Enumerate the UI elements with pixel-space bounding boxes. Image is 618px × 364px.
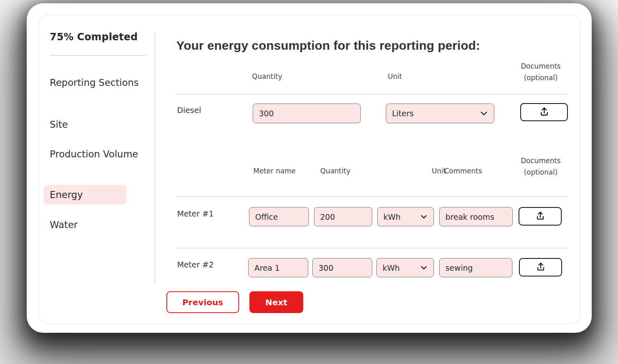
sidebar-item-reporting-sections[interactable]: Reporting Sections: [50, 76, 150, 90]
meter2-quantity-input[interactable]: [312, 258, 372, 277]
upload-icon: [535, 261, 546, 273]
previous-button[interactable]: Previous: [166, 291, 239, 313]
app-card: 75% Completed Reporting Sections Site Pr…: [27, 3, 592, 333]
fuel-table-divider: [176, 94, 567, 94]
next-button[interactable]: Next: [249, 291, 303, 313]
meter1-unit-select-value: kWh: [383, 212, 401, 221]
chevron-down-icon: [421, 266, 427, 270]
sidebar-item-production-volume[interactable]: Production Volume: [50, 147, 150, 161]
sidebar-item-site[interactable]: Site: [50, 117, 150, 131]
meter1-upload-document-button[interactable]: [519, 207, 562, 226]
meter2-row-label: Meter #2: [177, 260, 214, 269]
sidebar-item-water[interactable]: Water: [50, 218, 150, 232]
meter-documents-header-line1: Documents: [512, 155, 570, 166]
upload-icon: [539, 106, 550, 118]
meter2-unit-select[interactable]: kWh: [376, 258, 434, 277]
chevron-down-icon: [480, 111, 487, 116]
diesel-unit-select-value: Liters: [392, 109, 414, 118]
meter2-unit-select-value: kWh: [383, 263, 400, 272]
meter-name-header: Meter name: [248, 167, 301, 175]
meter2-upload-document-button[interactable]: [519, 258, 562, 276]
meter2-comments-input[interactable]: [439, 258, 512, 277]
meter-documents-header-line2: (optional): [512, 166, 570, 178]
fuel-unit-header: Unit: [368, 72, 422, 81]
fuel-quantity-header: Quantity: [240, 72, 294, 81]
meter-quantity-header: Quantity: [309, 167, 362, 175]
meter1-unit-select[interactable]: kWh: [377, 207, 434, 226]
chevron-down-icon: [421, 215, 427, 219]
upload-icon: [535, 210, 546, 222]
progress-label: 75% Completed: [50, 31, 138, 43]
sidebar-item-energy[interactable]: Energy: [44, 185, 127, 205]
meter-rows-divider: [176, 248, 567, 249]
sidebar-vertical-divider: [154, 32, 155, 283]
fuel-documents-header-line2: (optional): [512, 72, 570, 83]
diesel-quantity-input[interactable]: [253, 104, 361, 123]
meter-documents-header: Documents (optional): [512, 155, 570, 178]
meter1-comments-input[interactable]: [439, 207, 513, 226]
diesel-unit-select[interactable]: Liters: [386, 104, 494, 123]
sidebar-divider: [50, 55, 146, 56]
page-background: 75% Completed Reporting Sections Site Pr…: [0, 0, 618, 364]
meters-table-divider: [176, 196, 567, 197]
page-title: Your energy consumption for this reporti…: [176, 39, 571, 53]
fuel-documents-header: Documents (optional): [512, 60, 570, 83]
meter2-name-input[interactable]: [248, 258, 308, 277]
meter1-quantity-input[interactable]: [314, 207, 372, 226]
fuel-documents-header-line1: Documents: [512, 60, 570, 72]
form-panel: 75% Completed Reporting Sections Site Pr…: [39, 14, 581, 324]
diesel-row-label: Diesel: [177, 106, 201, 115]
diesel-upload-document-button[interactable]: [520, 103, 568, 121]
meter1-row-label: Meter #1: [177, 209, 214, 218]
meter-comments-header: Comments: [436, 167, 490, 175]
meter1-name-input[interactable]: [249, 207, 309, 226]
